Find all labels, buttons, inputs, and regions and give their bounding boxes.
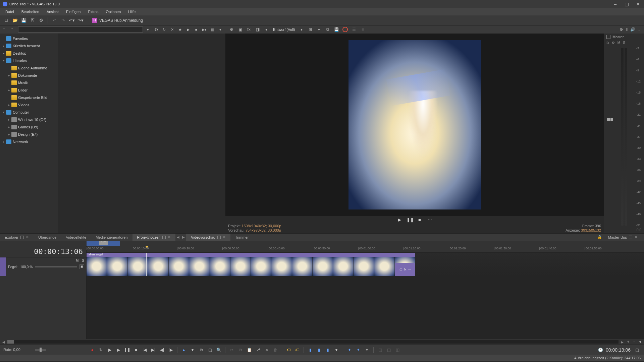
tree-item[interactable]: ▸Netzwerk bbox=[0, 138, 58, 145]
view-dropdown-icon[interactable]: ▾ bbox=[217, 26, 223, 33]
tree-toggle-icon[interactable]: ▸ bbox=[1, 52, 6, 55]
tree-item[interactable]: ▾Libraries bbox=[0, 57, 58, 64]
pegel-slider[interactable] bbox=[35, 266, 77, 267]
ungroup-icon[interactable]: ◫ bbox=[385, 347, 392, 353]
timeline-scrollbar[interactable]: ◀ ▶ + − ▾ bbox=[0, 339, 644, 345]
quality-dropdown-icon[interactable]: ▾ bbox=[298, 26, 305, 33]
redo-dropdown-icon[interactable]: ↷▾ bbox=[77, 17, 84, 24]
up-folder-icon[interactable]: ⮉ bbox=[153, 26, 159, 33]
overlay-dropdown-icon[interactable]: ▾ bbox=[316, 26, 322, 33]
record-toggle-icon[interactable] bbox=[342, 26, 348, 33]
track-header-1[interactable]: M S Pegel: 100,0 % ▣ bbox=[0, 257, 86, 276]
scroll-right-icon[interactable]: ▶ bbox=[620, 340, 625, 344]
tree-toggle-icon[interactable]: ▸ bbox=[1, 140, 6, 143]
timeline-overview[interactable]: 1/28 bbox=[0, 241, 644, 246]
master-fx-button[interactable]: fx bbox=[606, 41, 609, 45]
ignore-group-icon[interactable]: ◫ bbox=[394, 347, 401, 353]
preview-stop-icon[interactable]: ■ bbox=[417, 217, 423, 222]
timecode-options-icon[interactable]: ▢ bbox=[633, 347, 641, 353]
scale-preview-icon[interactable]: ☰ bbox=[351, 26, 357, 33]
tab-projektnotizen[interactable]: Projektnotizen✕ bbox=[132, 234, 176, 241]
tree-toggle-icon[interactable]: ▸ bbox=[7, 74, 11, 77]
trim-icon[interactable]: ⎆ bbox=[263, 347, 270, 353]
preview-pause-icon[interactable]: ❚❚ bbox=[407, 217, 413, 222]
tree-item[interactable]: Eigene Aufnahme bbox=[0, 64, 58, 72]
scroll-left-icon[interactable]: ◀ bbox=[1, 340, 6, 344]
master-settings-icon[interactable]: ⚙ bbox=[620, 27, 623, 32]
cut-icon[interactable]: ✂ bbox=[228, 347, 235, 353]
tab-videoeffekte[interactable]: Videoeffekte bbox=[61, 234, 91, 241]
path-input[interactable] bbox=[18, 26, 143, 33]
track-solo-button[interactable]: S bbox=[82, 259, 84, 262]
timeline-ruler[interactable]: 00:00:00:0000:00:10:0000:00:20:0000:00:3… bbox=[87, 246, 644, 252]
tree-item[interactable]: ▸Desktop bbox=[0, 50, 58, 57]
refresh-icon[interactable]: ↻ bbox=[161, 26, 167, 33]
output-fx-icon[interactable]: fx bbox=[246, 26, 252, 33]
clip-crop-icon[interactable]: ▢ bbox=[399, 268, 402, 271]
tree-item[interactable]: Musik bbox=[0, 79, 58, 86]
tree-toggle-icon[interactable]: ▾ bbox=[1, 111, 6, 114]
playhead-line[interactable] bbox=[146, 253, 147, 276]
zoom-out-icon[interactable]: − bbox=[632, 340, 637, 344]
tree-item[interactable]: ▸Bilder bbox=[0, 86, 58, 94]
master-solo-button[interactable]: S bbox=[623, 41, 625, 45]
tree-toggle-icon[interactable]: ▸ bbox=[7, 133, 11, 136]
undo-icon[interactable]: ↶ bbox=[51, 17, 58, 24]
transport-timecode[interactable]: 00:00:13:06 bbox=[606, 347, 631, 353]
tree-toggle-icon[interactable]: ▸ bbox=[1, 44, 6, 48]
track-options-icon[interactable]: ▣ bbox=[79, 264, 84, 269]
pause-icon[interactable]: ❚❚ bbox=[123, 347, 131, 353]
vegas-hub-login[interactable]: H VEGAS Hub Anmeldung bbox=[92, 18, 143, 23]
nav-forward-icon[interactable]: → bbox=[10, 26, 16, 33]
meter-bar-left[interactable] bbox=[621, 48, 624, 226]
new-project-icon[interactable]: 🗋 bbox=[3, 17, 10, 24]
meter-bar-right[interactable] bbox=[625, 48, 627, 226]
view-mode-icon[interactable]: ▦ bbox=[209, 26, 215, 33]
stop-preview-icon[interactable]: ■ bbox=[193, 26, 199, 33]
menu-hilfe[interactable]: Hilfe bbox=[125, 10, 139, 14]
tree-item[interactable]: ▾Computer bbox=[0, 109, 58, 116]
properties-icon[interactable]: ⚙ bbox=[38, 17, 45, 24]
split-screen-icon[interactable]: ◨ bbox=[254, 26, 261, 33]
tab-master-bus[interactable]: Master-Bus✕ bbox=[603, 235, 642, 239]
tree-item[interactable]: ▸Kürzlich besucht bbox=[0, 42, 58, 50]
stop-icon[interactable]: ■ bbox=[132, 347, 140, 353]
normal-edit-tool-icon[interactable]: ▲ bbox=[180, 347, 187, 353]
master-speaker-icon[interactable]: 🔊 bbox=[630, 27, 635, 32]
tab-explorer[interactable]: Explorer✕ bbox=[0, 234, 34, 241]
track-lane-1[interactable]: fallen angel ▢ fx ⋯ bbox=[87, 252, 644, 276]
nav-back-icon[interactable]: ← bbox=[2, 26, 8, 33]
menu-optionen[interactable]: Optionen bbox=[103, 10, 124, 14]
project-props-icon[interactable]: ⚙ bbox=[228, 26, 235, 33]
tab-scroll-left-icon[interactable]: ◀ bbox=[175, 235, 181, 239]
region-icon[interactable]: 🏷 bbox=[293, 347, 301, 353]
tree-toggle-icon[interactable]: ▸ bbox=[7, 118, 11, 121]
timecode-display[interactable]: 00:00:13:06 bbox=[0, 246, 86, 257]
zoom-dropdown-icon[interactable]: ▾ bbox=[638, 340, 643, 344]
simulate-icon[interactable]: ≡ bbox=[359, 26, 366, 33]
close-button[interactable]: ✕ bbox=[635, 1, 641, 7]
tool-dropdown-icon[interactable]: ▾ bbox=[189, 347, 196, 353]
tree-item[interactable]: ▸Design (E:\) bbox=[0, 131, 58, 138]
save-icon[interactable]: 💾 bbox=[20, 17, 28, 24]
zoom-tool-icon[interactable]: 🔍 bbox=[215, 347, 222, 353]
play-from-start-icon[interactable]: ▶ bbox=[106, 347, 113, 353]
clip-fx-icon[interactable]: fx bbox=[404, 268, 406, 271]
tree-toggle-icon[interactable]: ▸ bbox=[7, 88, 11, 92]
snap-markers-icon[interactable]: ▮ bbox=[324, 347, 331, 353]
menu-ansicht[interactable]: Ansicht bbox=[43, 10, 62, 14]
master-mute-button[interactable]: M bbox=[618, 41, 620, 45]
tab-trimmer[interactable]: Trimmer bbox=[230, 234, 254, 241]
tab-scroll-right-icon[interactable]: ▶ bbox=[181, 235, 186, 239]
tree-item[interactable]: Favorites bbox=[0, 35, 58, 42]
tab-mediengeneratoren[interactable]: Mediengeneratoren bbox=[91, 234, 132, 241]
tree-item[interactable]: ▸Dokumente bbox=[0, 72, 58, 79]
split-dropdown-icon[interactable]: ▾ bbox=[263, 26, 270, 33]
tree-item[interactable]: ▸Videos bbox=[0, 101, 58, 109]
favorite-icon[interactable]: ★ bbox=[177, 26, 183, 33]
master-checkbox[interactable] bbox=[606, 35, 610, 39]
prev-frame-icon[interactable]: ◀| bbox=[158, 347, 166, 353]
play-preview-icon[interactable]: ▶ bbox=[185, 26, 191, 33]
external-preview-icon[interactable]: ▣ bbox=[237, 26, 244, 33]
preview-more-icon[interactable]: ⋯ bbox=[427, 217, 433, 222]
